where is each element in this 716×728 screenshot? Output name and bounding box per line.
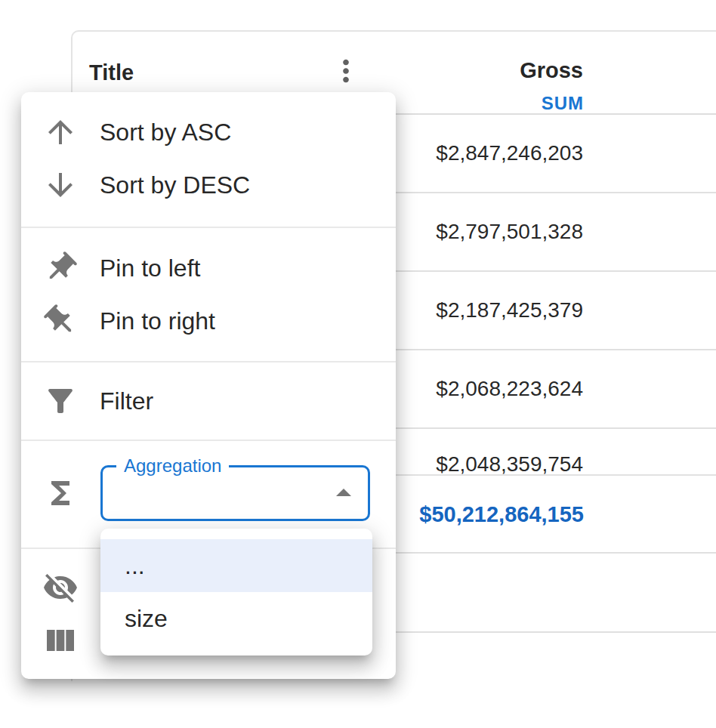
pin-section: Pin to left Pin to right — [21, 228, 396, 361]
gross-cell[interactable]: $2,847,246,203 — [436, 143, 583, 164]
column-menu-button[interactable] — [328, 54, 364, 90]
pin-right-icon — [42, 303, 79, 339]
menu-item-label: Sort by ASC — [100, 119, 231, 147]
filter-icon — [42, 383, 79, 419]
menu-item-pin-left[interactable]: Pin to left — [21, 242, 396, 295]
arrow-down-icon — [42, 167, 79, 203]
arrow-up-icon — [42, 114, 79, 150]
more-vert-icon — [329, 79, 363, 91]
column-header-gross[interactable]: Gross — [520, 59, 583, 82]
filter-section: Filter — [21, 362, 396, 440]
menu-item-label: Pin to left — [100, 254, 200, 282]
menu-item-sort-asc[interactable]: Sort by ASC — [21, 106, 396, 159]
eye-off-icon — [42, 569, 79, 606]
menu-item-filter[interactable]: Filter — [21, 375, 396, 427]
gross-sum-value[interactable]: $50,212,864,155 — [419, 501, 584, 526]
aggregation-option-ellipsis[interactable]: ... — [100, 539, 372, 592]
aggregation-dropdown: ... size — [100, 529, 372, 656]
gross-cell[interactable]: $2,068,223,624 — [436, 378, 583, 399]
dropdown-arrow-up-icon[interactable] — [326, 475, 362, 511]
column-header-title[interactable]: Title — [89, 60, 134, 85]
aggregation-option-size[interactable]: size — [100, 592, 372, 645]
aggregation-select[interactable]: Aggregation — [100, 465, 370, 521]
columns-icon — [42, 622, 79, 659]
menu-item-label: Filter — [100, 387, 153, 415]
sort-section: Sort by ASC Sort by DESC — [21, 92, 396, 227]
pin-left-icon — [42, 250, 79, 286]
aggregation-select-label: Aggregation — [116, 455, 229, 477]
sigma-icon — [42, 475, 79, 511]
menu-item-label: Sort by DESC — [100, 171, 250, 199]
menu-item-pin-right[interactable]: Pin to right — [21, 295, 396, 347]
menu-item-sort-desc[interactable]: Sort by DESC — [21, 159, 396, 211]
gross-cell[interactable]: $2,797,501,328 — [436, 221, 583, 242]
gross-cell[interactable]: $2,187,425,379 — [436, 300, 583, 321]
menu-item-label: Pin to right — [100, 307, 215, 335]
aggregation-badge: SUM — [542, 94, 584, 113]
gross-cell[interactable]: $2,048,359,754 — [436, 454, 583, 474]
